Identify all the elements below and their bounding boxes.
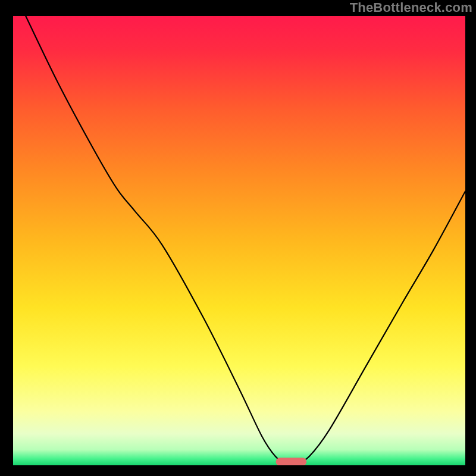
bottleneck-chart (13, 16, 465, 465)
watermark-text: TheBottleneck.com (350, 0, 472, 15)
chart-frame: TheBottleneck.com (0, 0, 476, 476)
plot-area (13, 16, 465, 465)
